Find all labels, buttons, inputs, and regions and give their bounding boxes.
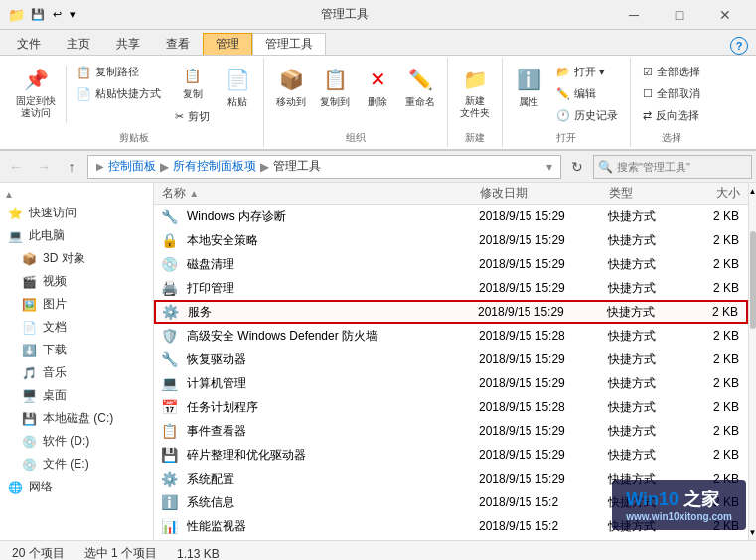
col-header-type[interactable]: 类型 xyxy=(605,185,684,202)
watermark-line1: Win10 之家 xyxy=(626,488,732,511)
file-row-10[interactable]: 📋 事件查看器 2018/9/15 15:29 快捷方式 2 KB xyxy=(154,419,748,443)
file-row-3[interactable]: 💿 磁盘清理 2018/9/15 15:29 快捷方式 2 KB xyxy=(154,252,748,276)
sidebar-item-desktop[interactable]: 🖥️ 桌面 xyxy=(0,384,153,407)
select-all-icon: ☑ xyxy=(643,66,653,78)
scroll-up-btn[interactable]: ▲ xyxy=(749,183,756,199)
paste-shortcut-label: 粘贴快捷方式 xyxy=(95,86,161,101)
sidebar-item-pictures[interactable]: 🖼️ 图片 xyxy=(0,293,153,316)
copy-button[interactable]: 📋 复制 xyxy=(169,62,216,105)
file-row-2[interactable]: 🔒 本地安全策略 2018/9/15 15:29 快捷方式 2 KB xyxy=(154,228,748,252)
scroll-down-btn[interactable]: ▼ xyxy=(749,524,756,540)
breadcrumb-item-2[interactable]: 所有控制面板项 xyxy=(173,158,256,175)
sidebar-item-downloads[interactable]: ⬇️ 下载 xyxy=(0,339,153,361)
scroll-track[interactable] xyxy=(749,199,756,524)
sidebar-item-this-pc[interactable]: 💻 此电脑 xyxy=(0,224,153,247)
ribbon-tabs: 文件 主页 共享 查看 管理 管理工具 ? xyxy=(0,30,756,56)
forward-button[interactable]: → xyxy=(32,155,56,179)
edit-button[interactable]: ✏️ 编辑 xyxy=(550,83,624,104)
file-row-7[interactable]: 🔧 恢复驱动器 2018/9/15 15:29 快捷方式 2 KB xyxy=(154,348,748,371)
file-row-4[interactable]: 🖨️ 打印管理 2018/9/15 15:29 快捷方式 2 KB xyxy=(154,276,748,300)
file-type-9: 快捷方式 xyxy=(604,399,683,416)
file-type-4: 快捷方式 xyxy=(604,280,683,297)
file-row-8[interactable]: 💻 计算机管理 2018/9/15 15:29 快捷方式 2 KB xyxy=(154,371,748,395)
sidebar-label-soft-d: 软件 (D:) xyxy=(43,433,89,450)
file-type-3: 快捷方式 xyxy=(604,256,683,273)
search-box[interactable]: 🔍 xyxy=(593,155,752,179)
properties-button[interactable]: ℹ️ 属性 xyxy=(509,62,548,113)
copy-label: 复制 xyxy=(183,87,203,101)
select-all-button[interactable]: ☑ 全部选择 xyxy=(637,62,706,82)
address-dropdown[interactable]: ▾ xyxy=(546,160,552,174)
paste-label: 粘贴 xyxy=(227,95,247,109)
sidebar-item-local-c[interactable]: 💾 本地磁盘 (C:) xyxy=(0,407,153,430)
history-button[interactable]: 🕐 历史记录 xyxy=(550,105,624,126)
new-folder-button[interactable]: 📁 新建文件夹 xyxy=(454,62,496,123)
back-button[interactable]: ← xyxy=(4,155,28,179)
sidebar-item-network[interactable]: 🌐 网络 xyxy=(0,476,153,498)
tab-manage-tools[interactable]: 管理工具 xyxy=(252,33,326,55)
tab-file[interactable]: 文件 xyxy=(4,33,54,55)
titlebar-tool3[interactable]: ▾ xyxy=(68,8,77,21)
invert-selection-button[interactable]: ⇄ 反向选择 xyxy=(637,105,706,126)
col-header-date[interactable]: 修改日期 xyxy=(476,185,605,202)
file-icon-13: ℹ️ xyxy=(159,492,179,512)
scrollbar[interactable]: ▲ ▼ xyxy=(748,183,756,540)
sidebar-item-documents[interactable]: 📄 文档 xyxy=(0,316,153,339)
file-size-2: 2 KB xyxy=(683,233,743,247)
sidebar-item-videos[interactable]: 🎬 视频 xyxy=(0,270,153,293)
file-row-9[interactable]: 📅 任务计划程序 2018/9/15 15:28 快捷方式 2 KB xyxy=(154,395,748,419)
paste-button[interactable]: 📄 粘贴 xyxy=(218,62,257,113)
pin-button[interactable]: 📌 固定到快速访问 xyxy=(10,62,62,123)
cut-button[interactable]: ✂ 剪切 xyxy=(169,106,216,127)
move-to-button[interactable]: 📦 移动到 xyxy=(270,62,312,113)
open-button[interactable]: 📂 打开 ▾ xyxy=(550,62,624,82)
scroll-thumb[interactable] xyxy=(750,231,756,329)
file-row-6[interactable]: 🛡️ 高级安全 Windows Defender 防火墙 2018/9/15 1… xyxy=(154,324,748,348)
sidebar-item-file-e[interactable]: 💿 文件 (E:) xyxy=(0,453,153,476)
sidebar-item-soft-d[interactable]: 💿 软件 (D:) xyxy=(0,430,153,453)
breadcrumb-item-1[interactable]: 控制面板 xyxy=(108,158,156,175)
watermark-url: www.win10xitong.com xyxy=(626,511,732,522)
close-button[interactable]: ✕ xyxy=(702,0,748,30)
sidebar-label-documents: 文档 xyxy=(43,319,67,336)
refresh-button[interactable]: ↻ xyxy=(565,155,589,179)
sidebar-item-quick-access[interactable]: ⭐ 快速访问 xyxy=(0,202,153,224)
search-input[interactable] xyxy=(617,161,726,173)
copy-path-button[interactable]: 📋 复制路径 xyxy=(71,62,167,82)
copy-to-button[interactable]: 📋 复制到 xyxy=(314,62,356,113)
file-name-4: 打印管理 xyxy=(183,280,475,297)
tab-manage[interactable]: 管理 xyxy=(203,33,252,55)
address-box[interactable]: ▶ 控制面板 ▶ 所有控制面板项 ▶ 管理工具 ▾ xyxy=(87,155,561,179)
rename-button[interactable]: ✏️ 重命名 xyxy=(399,62,441,113)
file-date-9: 2018/9/15 15:28 xyxy=(475,400,604,414)
minimize-button[interactable]: ─ xyxy=(611,0,657,30)
up-button[interactable]: ↑ xyxy=(60,155,83,179)
tab-share[interactable]: 共享 xyxy=(103,33,153,55)
tab-home[interactable]: 主页 xyxy=(54,33,103,55)
downloads-icon: ⬇️ xyxy=(22,344,37,357)
sidebar-label-quick-access: 快速访问 xyxy=(29,205,76,221)
tab-view[interactable]: 查看 xyxy=(153,33,203,55)
titlebar-tool1[interactable]: 💾 xyxy=(29,8,47,21)
pictures-icon: 🖼️ xyxy=(22,298,37,312)
select-none-button[interactable]: ☐ 全部取消 xyxy=(637,83,706,104)
file-row-11[interactable]: 💾 碎片整理和优化驱动器 2018/9/15 15:29 快捷方式 2 KB xyxy=(154,443,748,467)
file-row-1[interactable]: 🔧 Windows 内存诊断 2018/9/15 15:29 快捷方式 2 KB xyxy=(154,205,748,228)
maximize-button[interactable]: □ xyxy=(657,0,702,30)
col-header-size[interactable]: 大小 xyxy=(684,185,744,202)
paste-shortcut-button[interactable]: 📄 粘贴快捷方式 xyxy=(71,83,167,104)
help-icon[interactable]: ? xyxy=(730,37,748,55)
sidebar-scroll-up[interactable]: ▲ xyxy=(0,187,153,202)
titlebar-left-icons: 📁 💾 ↩ ▾ xyxy=(8,7,77,23)
col-header-name[interactable]: 名称 ▲ xyxy=(158,185,476,202)
ribbon-group-clipboard: 📌 固定到快速访问 📋 复制路径 📄 粘贴快捷方式 xyxy=(4,58,264,147)
file-type-8: 快捷方式 xyxy=(604,375,683,392)
history-label: 历史记录 xyxy=(574,108,618,123)
file-row-5[interactable]: ⚙️ 服务 2018/9/15 15:29 快捷方式 2 KB xyxy=(154,300,748,324)
ribbon-group-select: ☑ 全部选择 ☐ 全部取消 ⇄ 反向选择 选择 xyxy=(631,58,712,147)
titlebar-tool2[interactable]: ↩ xyxy=(51,8,64,21)
delete-button[interactable]: ✕ 删除 xyxy=(358,62,397,113)
sidebar-item-3d[interactable]: 📦 3D 对象 xyxy=(0,247,153,270)
sidebar-item-music[interactable]: 🎵 音乐 xyxy=(0,361,153,384)
new-label: 新建 xyxy=(465,129,485,145)
